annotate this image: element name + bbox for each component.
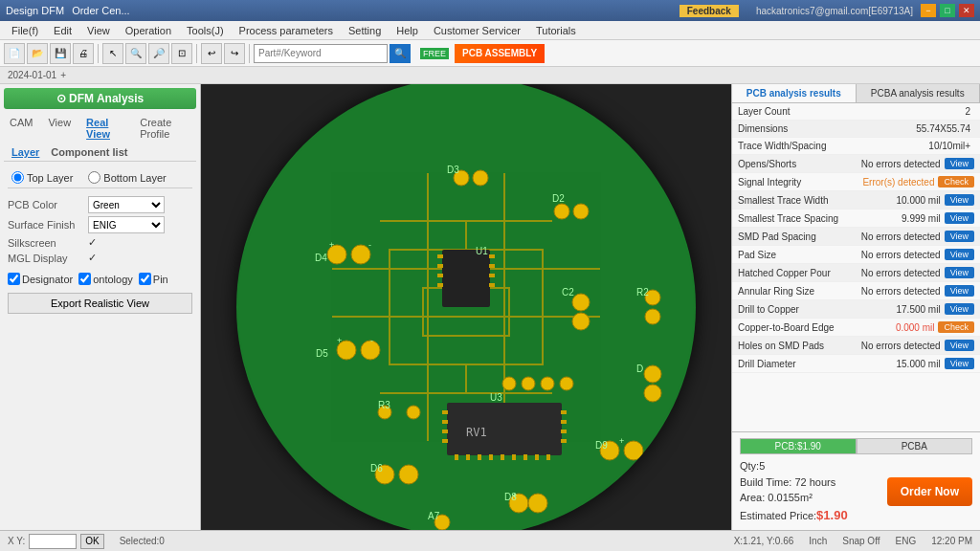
xy-ok-button[interactable]: OK <box>80 534 103 549</box>
surface-finish-select[interactable]: ENIG HASL <box>88 216 165 233</box>
save-button[interactable]: 💾 <box>50 43 71 64</box>
view-button[interactable]: View <box>945 212 974 224</box>
bottom-layer-radio[interactable] <box>88 171 100 184</box>
svg-rect-48 <box>442 420 448 424</box>
menu-tutorials[interactable]: Tutorials <box>528 23 584 38</box>
view-tab[interactable]: View <box>42 115 77 142</box>
bottom-layer-radio-label[interactable]: Bottom Layer <box>88 171 166 184</box>
menu-setting[interactable]: Setting <box>341 23 389 38</box>
view-button[interactable]: View <box>945 340 974 351</box>
zoom-in-button[interactable]: 🔍 <box>125 43 146 64</box>
redo-button[interactable]: ↪ <box>224 43 245 64</box>
xy-input-area: X Y: OK <box>8 534 104 549</box>
analysis-row: Hatched Copper PourNo errors detectedVie… <box>732 264 980 282</box>
view-button[interactable]: View <box>945 158 974 169</box>
order-panel: PCB:$1.90 PCBA Qty:5 Build Time: 72 hour… <box>732 431 980 530</box>
svg-rect-60 <box>512 454 516 460</box>
top-layer-radio[interactable] <box>11 171 24 184</box>
pcb-view[interactable]: RV1 D3 D2 D4 R2 C2 D5 D U1 R3 U3 D9 D6 D… <box>201 84 731 530</box>
new-file-button[interactable]: 📄 <box>4 43 25 64</box>
svg-rect-58 <box>489 454 493 460</box>
menu-edit[interactable]: Edit <box>46 23 79 38</box>
feedback-label[interactable]: Feedback <box>679 5 739 17</box>
pcb-price-tab[interactable]: PCB:$1.90 <box>740 438 857 454</box>
analysis-row-value: 15.000 mil <box>897 359 941 369</box>
xy-input[interactable] <box>29 534 77 549</box>
pcb-color-select[interactable]: Green Red Blue <box>88 196 165 213</box>
svg-point-16 <box>645 309 660 324</box>
pcba-analysis-tab[interactable]: PCBA analysis results <box>857 84 981 102</box>
svg-rect-39 <box>437 264 443 268</box>
layer-selector: Top Layer Bottom Layer <box>8 169 192 188</box>
analysis-row: Opens/ShortsNo errors detectedView <box>732 155 980 173</box>
svg-rect-46 <box>447 403 562 455</box>
view-button[interactable]: View <box>945 303 974 315</box>
close-button[interactable]: ✕ <box>959 4 974 17</box>
top-layer-label: Top Layer <box>27 172 73 184</box>
real-view-tab[interactable]: Real View <box>80 115 130 142</box>
svg-point-34 <box>528 494 547 513</box>
menu-customer[interactable]: Customer Servicer <box>426 23 528 38</box>
pcba-tab[interactable]: PCBA <box>857 438 973 454</box>
pcb-assembly-button[interactable]: PCB ASSEMBLY <box>455 44 545 63</box>
component-list-tab-button[interactable]: Component list <box>51 146 127 158</box>
ontology-checkbox[interactable] <box>78 273 91 285</box>
silkscreen-label: Silkscreen <box>8 237 84 249</box>
print-button[interactable]: 🖨 <box>73 43 94 64</box>
window-controls: − □ ✕ <box>921 4 974 17</box>
pin-checkbox-label[interactable]: Pin <box>139 273 168 285</box>
pin-checkbox[interactable] <box>139 273 151 285</box>
export-realistic-view-button[interactable]: Export Realistic View <box>8 293 192 314</box>
top-layer-radio-label[interactable]: Top Layer <box>11 171 73 184</box>
check-button[interactable]: Check <box>938 176 974 187</box>
ontology-checkbox-label[interactable]: ontology <box>78 273 133 285</box>
analysis-row-value: Error(s) detected <box>862 177 934 187</box>
view-button[interactable]: View <box>945 231 974 242</box>
svg-point-25 <box>541 377 554 390</box>
undo-button[interactable]: ↩ <box>201 43 222 64</box>
layer-tab-button[interactable]: Layer <box>11 146 39 158</box>
svg-text:A7: A7 <box>428 511 440 521</box>
create-profile-tab[interactable]: Create Profile <box>134 115 196 142</box>
view-button[interactable]: View <box>945 285 974 297</box>
view-button[interactable]: View <box>945 358 974 369</box>
designator-checkbox[interactable] <box>8 273 20 285</box>
analysis-row-label: Trace Width/Spacing <box>738 141 928 151</box>
app-title-order: Order Cen... <box>72 5 130 16</box>
minimize-button[interactable]: − <box>921 4 936 17</box>
menu-file[interactable]: File(f) <box>4 23 46 38</box>
app-title-dfm: Design DFM <box>6 5 64 16</box>
properties-panel: PCB Color Green Red Blue Surface Finish … <box>0 192 200 271</box>
order-now-button[interactable]: Order Now <box>887 477 972 506</box>
view-button[interactable]: View <box>945 194 974 206</box>
menu-help[interactable]: Help <box>389 23 426 38</box>
svg-text:+: + <box>329 240 334 250</box>
fit-button[interactable]: ⊡ <box>171 43 192 64</box>
add-icon[interactable]: + <box>60 70 66 80</box>
maximize-button[interactable]: □ <box>940 4 955 17</box>
mgl-label: MGL Display <box>8 253 84 264</box>
menu-operation[interactable]: Operation <box>118 23 179 38</box>
pcb-board: RV1 D3 D2 D4 R2 C2 D5 D U1 R3 U3 D9 D6 D… <box>236 84 696 530</box>
analysis-row: Drill to Copper17.500 milView <box>732 300 980 319</box>
designator-checkbox-label[interactable]: Designator <box>8 273 73 285</box>
search-input[interactable] <box>254 44 388 63</box>
svg-text:R2: R2 <box>636 287 649 298</box>
toolbar-separator-2 <box>196 44 197 63</box>
view-button[interactable]: View <box>945 267 974 278</box>
bottom-layer-label: Bottom Layer <box>103 172 166 184</box>
zoom-out-button[interactable]: 🔎 <box>148 43 169 64</box>
cam-tab[interactable]: CAM <box>4 115 38 142</box>
search-button[interactable]: 🔍 <box>390 44 411 63</box>
menu-process[interactable]: Process parameters <box>232 23 341 38</box>
svg-text:+: + <box>619 436 624 446</box>
menu-tools[interactable]: Tools(J) <box>179 23 232 38</box>
analysis-row-label: Smallest Trace Width <box>738 195 897 206</box>
svg-text:D9: D9 <box>595 440 608 451</box>
open-button[interactable]: 📂 <box>27 43 48 64</box>
pcb-analysis-tab[interactable]: PCB analysis results <box>732 84 857 102</box>
menu-view[interactable]: View <box>79 23 118 38</box>
select-button[interactable]: ↖ <box>102 43 123 64</box>
check-button[interactable]: Check <box>938 321 974 333</box>
view-button[interactable]: View <box>945 249 974 260</box>
